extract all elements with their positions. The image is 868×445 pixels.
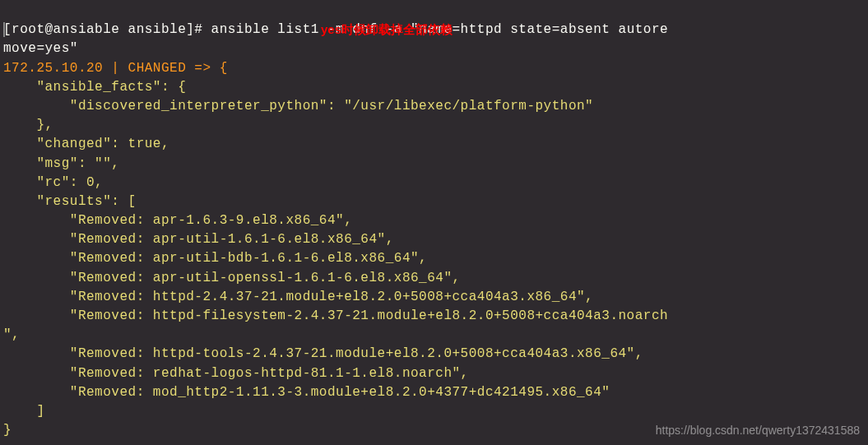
result-line-7: "Removed: redhat-logos-httpd-81.1-1.el8.… bbox=[3, 366, 469, 381]
close-brace-1: }, bbox=[3, 118, 53, 132]
result-line-6: "Removed: httpd-tools-2.4.37-21.module+e… bbox=[3, 346, 643, 361]
rc-line: "rc": 0, bbox=[3, 175, 103, 190]
watermark-text: https://blog.csdn.net/qwerty1372431588 bbox=[656, 422, 860, 438]
shell-prompt: [root@ansiable ansible]# bbox=[3, 22, 211, 37]
changed-line: "changed": true, bbox=[3, 137, 169, 151]
results-open: "results": [ bbox=[3, 194, 137, 209]
result-line-8: "Removed: mod_http2-1.11.3-3.module+el8.… bbox=[3, 385, 610, 400]
ansible-facts-key: "ansible_facts": { bbox=[3, 80, 186, 95]
host-status-line: 172.25.10.20 | CHANGED => { bbox=[3, 61, 228, 76]
result-line-3: "Removed: apr-util-openssl-1.6.1-6.el8.x… bbox=[3, 271, 461, 285]
result-line-5: "Removed: httpd-filesystem-2.4.37-21.mod… bbox=[3, 308, 668, 342]
results-close: ] bbox=[3, 404, 45, 419]
result-line-2: "Removed: apr-util-bdb-1.6.1-6.el8.x86_6… bbox=[3, 251, 427, 266]
result-line-4: "Removed: httpd-2.4.37-21.module+el8.2.0… bbox=[3, 290, 593, 304]
annotation-text: yes时候卸载掉全部依赖 bbox=[321, 21, 453, 39]
interpreter-line: "discovered_interpreter_python": "/usr/l… bbox=[3, 99, 593, 114]
result-line-0: "Removed: apr-1.6.3-9.el8.x86_64", bbox=[3, 213, 352, 228]
result-line-1: "Removed: apr-util-1.6.1-6.el8.x86_64", bbox=[3, 232, 394, 247]
msg-line: "msg": "", bbox=[3, 156, 119, 171]
terminal-output[interactable]: [root@ansiable ansible]# ansible list1 -… bbox=[3, 2, 865, 440]
final-close: } bbox=[3, 423, 12, 438]
